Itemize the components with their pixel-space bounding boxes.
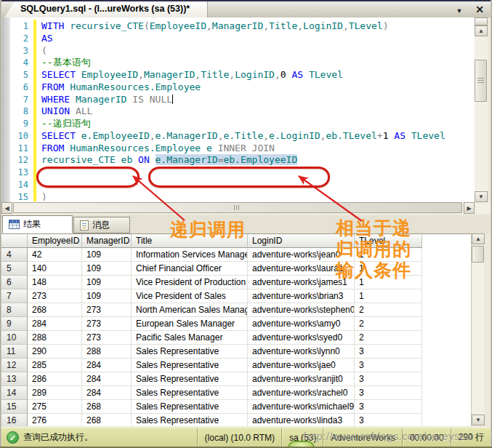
table-cell[interactable]: 273 [82, 331, 132, 345]
row-number-cell[interactable]: 11 [1, 345, 28, 359]
table-cell[interactable]: adventure-works\rachel0 [248, 386, 355, 400]
table-cell[interactable]: Sales Representative [132, 359, 248, 372]
table-cell[interactable]: 3 [355, 345, 422, 359]
table-cell[interactable]: 2 [355, 317, 422, 331]
table-cell[interactable]: Pacific Sales Manager [132, 331, 248, 345]
scroll-up-icon[interactable]: ▲ [475, 25, 488, 36]
column-header[interactable]: ManagerID [82, 234, 132, 248]
tab-results[interactable]: 结果 [2, 215, 73, 233]
table-cell[interactable]: Sales Representative [132, 400, 248, 414]
splitter-handle[interactable] [475, 17, 488, 25]
close-icon[interactable]: ✕ [473, 4, 486, 16]
table-cell[interactable]: adventure-works\stephen0 [248, 303, 355, 317]
table-cell[interactable]: adventure-works\michael9 [248, 400, 355, 414]
table-cell[interactable]: 286 [28, 372, 82, 386]
table-cell[interactable]: 3 [355, 386, 422, 400]
scroll-down-icon[interactable]: ▼ [472, 415, 485, 425]
table-cell[interactable]: North American Sales Manager [132, 303, 248, 317]
code-line[interactable]: recursive_CTE eb ON e.ManagerID=eb.Emplo… [1, 154, 475, 167]
row-number-cell[interactable]: 12 [1, 359, 28, 372]
code-line[interactable]: SELECT e.EmployeeID,e.ManagerID,e.Title,… [1, 130, 475, 143]
row-number-cell[interactable]: 16 [1, 414, 28, 426]
table-cell[interactable]: Information Services Manager [132, 248, 248, 262]
code-line[interactable]: AS [1, 33, 475, 45]
table-cell[interactable]: 268 [82, 400, 132, 414]
tab-messages[interactable]: 消息 [73, 217, 130, 233]
sql-editor[interactable]: 1WITH recursive_CTE(EmployeeID,ManagerID… [1, 17, 475, 202]
table-cell[interactable]: 42 [28, 248, 82, 262]
table-cell[interactable]: Sales Representative [132, 345, 248, 359]
table-cell[interactable]: adventure-works\brian3 [248, 289, 355, 303]
document-tab[interactable]: SQLQuery1.sql - (l...ureWorks (sa (53))* [4, 1, 208, 17]
vscroll-thumb[interactable] [472, 246, 484, 263]
table-cell[interactable]: 140 [28, 262, 82, 276]
grid-vscrollbar[interactable]: ▲ ▼ [471, 233, 484, 426]
table-cell[interactable]: 275 [28, 400, 82, 414]
scroll-up-icon[interactable]: ▲ [472, 233, 485, 244]
table-cell[interactable]: Sales Representative [132, 372, 248, 386]
table-cell[interactable]: adventure-works\syed0 [248, 331, 355, 345]
table-cell[interactable]: Sales Representative [132, 414, 248, 426]
table-cell[interactable]: 289 [28, 386, 82, 400]
code-line[interactable]: WHERE ManagerID IS NULL [1, 94, 475, 106]
row-number-cell[interactable]: 5 [1, 262, 28, 276]
code-line[interactable]: --基本语句 [1, 57, 475, 69]
row-number-cell[interactable]: 14 [1, 386, 28, 400]
table-cell[interactable]: Vice President of Sales [132, 289, 248, 303]
vscroll-thumb[interactable] [475, 60, 487, 102]
row-number-cell[interactable]: 7 [1, 289, 28, 303]
table-cell[interactable]: Sales Representative [132, 386, 248, 400]
table-cell[interactable]: 285 [28, 359, 82, 372]
scroll-down-icon[interactable]: ▼ [475, 191, 488, 202]
row-number-cell[interactable]: 6 [1, 276, 28, 289]
table-cell[interactable]: adventure-works\ranjit0 [248, 372, 355, 386]
scroll-right-icon[interactable]: ▶ [464, 202, 475, 214]
code-line[interactable]: FROM HumanResources.Employee [1, 81, 475, 94]
column-header[interactable]: EmployeeID [28, 234, 82, 248]
table-cell[interactable]: Vice President of Production [132, 276, 248, 289]
table-cell[interactable]: 268 [28, 303, 82, 317]
table-cell[interactable]: 288 [28, 331, 82, 345]
table-cell[interactable]: 1 [355, 289, 422, 303]
table-cell[interactable]: adventure-works\lynn0 [248, 345, 355, 359]
table-cell[interactable]: 2 [355, 331, 422, 345]
table-cell[interactable]: 109 [82, 276, 132, 289]
table-cell[interactable]: 290 [28, 345, 82, 359]
table-cell[interactable]: 3 [355, 359, 422, 372]
table-cell[interactable]: 3 [355, 372, 422, 386]
row-number-cell[interactable]: 13 [1, 372, 28, 386]
code-line[interactable]: WITH recursive_CTE(EmployeeID,ManagerID,… [1, 20, 475, 33]
table-cell[interactable]: 109 [82, 289, 132, 303]
code-line[interactable]: UNION ALL [1, 105, 475, 118]
row-number-cell[interactable]: 10 [1, 331, 28, 345]
row-number-cell[interactable]: 8 [1, 303, 28, 317]
code-line[interactable]: SELECT EmployeeID,ManagerID,Title,LoginI… [1, 69, 475, 81]
table-cell[interactable]: 284 [82, 386, 132, 400]
code-line[interactable]: FROM HumanResources.Employee e INNER JOI… [1, 143, 475, 155]
grid-corner-cell[interactable] [1, 234, 28, 248]
table-cell[interactable]: European Sales Manager [132, 317, 248, 331]
table-cell[interactable]: 284 [82, 372, 132, 386]
hscroll-thumb[interactable] [13, 202, 462, 213]
table-cell[interactable]: 284 [82, 359, 132, 372]
table-cell[interactable]: adventure-works\linda3 [248, 414, 355, 426]
editor-hscrollbar[interactable]: ◀ ▶ [1, 202, 475, 214]
table-cell[interactable]: adventure-works\jae0 [248, 359, 355, 372]
table-cell[interactable]: 109 [82, 248, 132, 262]
editor-vscrollbar[interactable]: ▲ ▼ [475, 17, 488, 202]
table-cell[interactable]: 3 [355, 414, 422, 426]
table-cell[interactable]: 273 [82, 317, 132, 331]
code-line[interactable]: ( [1, 45, 475, 57]
table-cell[interactable]: 268 [82, 414, 132, 426]
table-cell[interactable]: Chief Financial Officer [132, 262, 248, 276]
row-number-cell[interactable]: 9 [1, 317, 28, 331]
code-line[interactable]: ) [1, 191, 475, 203]
table-cell[interactable]: adventure-works\amy0 [248, 317, 355, 331]
table-cell[interactable]: 284 [28, 317, 82, 331]
table-cell[interactable]: 273 [82, 303, 132, 317]
table-cell[interactable]: 2 [355, 303, 422, 317]
code-line[interactable]: --递归语句 [1, 118, 475, 130]
row-number-cell[interactable]: 15 [1, 400, 28, 414]
table-cell[interactable]: 3 [355, 400, 422, 414]
scroll-left-icon[interactable]: ◀ [1, 202, 12, 214]
